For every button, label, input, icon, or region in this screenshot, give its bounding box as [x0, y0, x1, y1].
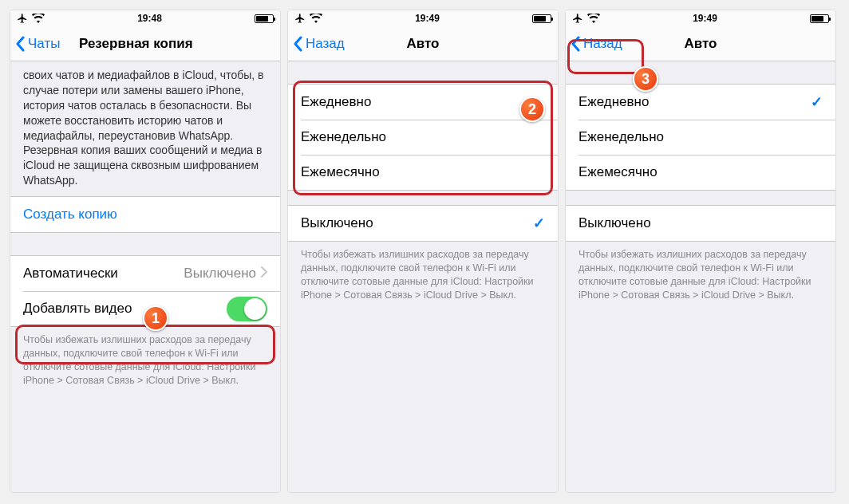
auto-backup-label: Автоматически	[23, 266, 118, 282]
phone-screen-1: 19:48 Чаты Резервная копия своих чатов и…	[10, 10, 281, 493]
nav-back-button[interactable]: Чаты	[10, 36, 60, 52]
nav-back-label: Назад	[306, 36, 345, 52]
auto-backup-value: Выключено	[184, 266, 256, 282]
option-daily[interactable]: Ежедневно ✓	[566, 85, 835, 120]
airplane-mode-icon	[17, 13, 28, 24]
phone-screen-2: 19:49 Назад Авто Ежедневно Еженедельно	[287, 10, 559, 493]
battery-icon	[810, 14, 829, 23]
option-label: Ежедневно	[579, 94, 649, 110]
nav-bar: Назад Авто	[566, 26, 835, 61]
wifi-icon	[587, 14, 600, 23]
option-weekly[interactable]: Еженедельно	[288, 120, 558, 155]
settings-content: своих чатов и медиафайлов в iCloud, чтоб…	[10, 61, 280, 492]
checkmark-icon: ✓	[533, 215, 545, 232]
option-label: Ежемесячно	[579, 164, 657, 180]
chevron-left-icon	[15, 36, 25, 52]
nav-title: Резервная копия	[79, 36, 193, 52]
option-label: Еженедельно	[579, 129, 664, 145]
nav-back-button[interactable]: Назад	[566, 36, 622, 52]
battery-icon	[255, 14, 274, 23]
option-label: Ежедневно	[301, 94, 371, 110]
status-time: 19:49	[693, 13, 717, 24]
nav-back-label: Назад	[583, 36, 622, 52]
wifi-icon	[310, 14, 322, 23]
status-time: 19:49	[415, 13, 440, 24]
chevron-right-icon	[261, 266, 267, 282]
settings-content: Ежедневно ✓ Еженедельно Ежемесячно Выклю…	[566, 61, 835, 492]
phone-screen-3: 19:49 Назад Авто Ежедневно ✓ Еженедельно	[565, 10, 836, 493]
option-off[interactable]: Выключено ✓	[288, 206, 558, 241]
footer-hint: Чтобы избежать излишних расходов за пере…	[288, 242, 558, 310]
step-badge-2: 2	[519, 96, 545, 122]
add-video-label: Добавлять видео	[23, 301, 132, 317]
airplane-mode-icon	[294, 13, 306, 24]
status-bar: 19:49	[288, 10, 558, 26]
wifi-icon	[32, 14, 45, 23]
option-weekly[interactable]: Еженедельно	[566, 120, 835, 155]
airplane-mode-icon	[572, 13, 583, 24]
option-monthly[interactable]: Ежемесячно	[566, 155, 835, 190]
option-label: Ежемесячно	[301, 164, 380, 180]
status-time: 19:48	[137, 13, 162, 24]
option-label: Выключено	[579, 215, 651, 231]
backup-description: своих чатов и медиафайлов в iCloud, чтоб…	[10, 61, 280, 196]
add-video-toggle[interactable]	[227, 297, 267, 321]
status-bar: 19:48	[10, 10, 280, 26]
option-monthly[interactable]: Ежемесячно	[288, 155, 558, 190]
chevron-left-icon	[571, 36, 580, 52]
footer-hint: Чтобы избежать излишних расходов за пере…	[10, 327, 280, 396]
option-daily[interactable]: Ежедневно	[288, 85, 558, 120]
nav-bar: Назад Авто	[288, 26, 558, 61]
settings-content: Ежедневно Еженедельно Ежемесячно Выключе…	[288, 61, 558, 492]
chevron-left-icon	[293, 36, 302, 52]
create-backup-button[interactable]: Создать копию	[10, 197, 280, 232]
checkmark-icon: ✓	[811, 93, 823, 111]
nav-back-button[interactable]: Назад	[288, 36, 345, 52]
battery-icon	[532, 14, 551, 23]
option-off[interactable]: Выключено	[566, 206, 835, 241]
step-badge-1: 1	[143, 305, 168, 331]
nav-back-label: Чаты	[28, 36, 60, 52]
create-backup-label: Создать копию	[23, 207, 117, 222]
option-label: Еженедельно	[301, 129, 386, 145]
nav-bar: Чаты Резервная копия	[10, 26, 280, 61]
status-bar: 19:49	[566, 10, 835, 26]
step-badge-3: 3	[633, 66, 658, 92]
footer-hint: Чтобы избежать излишних расходов за пере…	[566, 242, 835, 310]
option-label: Выключено	[301, 215, 373, 231]
auto-backup-row[interactable]: Автоматически Выключено	[10, 256, 280, 291]
